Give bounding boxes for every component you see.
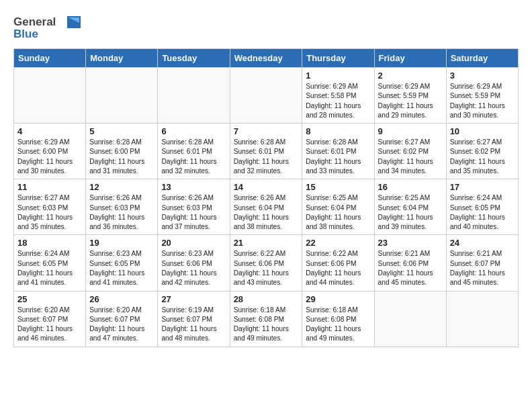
day-info: Sunrise: 6:23 AM Sunset: 6:05 PM Dayligh… — [89, 249, 154, 287]
day-number: 3 — [450, 71, 515, 81]
calendar-cell: 1Sunrise: 6:29 AM Sunset: 5:58 PM Daylig… — [302, 68, 374, 124]
day-number: 23 — [378, 238, 443, 248]
calendar-cell: 2Sunrise: 6:29 AM Sunset: 5:59 PM Daylig… — [374, 68, 446, 124]
calendar-cell: 25Sunrise: 6:20 AM Sunset: 6:07 PM Dayli… — [14, 291, 86, 347]
calendar-cell — [230, 68, 302, 124]
calendar-cell: 18Sunrise: 6:24 AM Sunset: 6:05 PM Dayli… — [14, 235, 86, 291]
day-number: 1 — [306, 71, 370, 81]
calendar-cell: 19Sunrise: 6:23 AM Sunset: 6:05 PM Dayli… — [86, 235, 158, 291]
day-info: Sunrise: 6:25 AM Sunset: 6:04 PM Dayligh… — [378, 193, 443, 232]
day-number: 10 — [450, 126, 515, 136]
day-info: Sunrise: 6:29 AM Sunset: 5:59 PM Dayligh… — [378, 82, 443, 120]
day-info: Sunrise: 6:28 AM Sunset: 6:00 PM Dayligh… — [89, 138, 154, 176]
day-number: 5 — [89, 126, 154, 136]
calendar-cell: 15Sunrise: 6:25 AM Sunset: 6:04 PM Dayli… — [302, 179, 374, 235]
day-number: 20 — [161, 238, 226, 248]
day-info: Sunrise: 6:18 AM Sunset: 6:08 PM Dayligh… — [234, 306, 299, 344]
calendar-header-row: SundayMondayTuesdayWednesdayThursdayFrid… — [14, 49, 519, 68]
day-number: 22 — [306, 238, 370, 248]
day-info: Sunrise: 6:27 AM Sunset: 6:03 PM Dayligh… — [17, 193, 82, 232]
day-info: Sunrise: 6:28 AM Sunset: 6:01 PM Dayligh… — [161, 138, 226, 176]
day-info: Sunrise: 6:19 AM Sunset: 6:07 PM Dayligh… — [161, 306, 226, 344]
calendar-week-row: 4Sunrise: 6:29 AM Sunset: 6:00 PM Daylig… — [14, 124, 519, 179]
weekday-header-friday: Friday — [374, 49, 446, 68]
calendar-cell — [446, 291, 518, 347]
weekday-header-monday: Monday — [86, 49, 158, 68]
calendar-cell: 20Sunrise: 6:23 AM Sunset: 6:06 PM Dayli… — [158, 235, 230, 291]
day-info: Sunrise: 6:29 AM Sunset: 5:58 PM Dayligh… — [306, 82, 370, 120]
day-info: Sunrise: 6:22 AM Sunset: 6:06 PM Dayligh… — [306, 249, 370, 287]
calendar-cell: 8Sunrise: 6:28 AM Sunset: 6:01 PM Daylig… — [302, 124, 374, 179]
day-info: Sunrise: 6:26 AM Sunset: 6:03 PM Dayligh… — [161, 193, 226, 232]
calendar-cell: 12Sunrise: 6:26 AM Sunset: 6:03 PM Dayli… — [86, 179, 158, 235]
day-info: Sunrise: 6:27 AM Sunset: 6:02 PM Dayligh… — [378, 138, 443, 176]
calendar-cell: 6Sunrise: 6:28 AM Sunset: 6:01 PM Daylig… — [158, 124, 230, 179]
calendar-week-row: 25Sunrise: 6:20 AM Sunset: 6:07 PM Dayli… — [14, 291, 519, 347]
calendar-cell — [374, 291, 446, 347]
day-number: 9 — [378, 126, 443, 136]
logo-text: General Blue — [13, 13, 87, 44]
day-number: 19 — [89, 238, 154, 248]
calendar-cell: 27Sunrise: 6:19 AM Sunset: 6:07 PM Dayli… — [158, 291, 230, 347]
day-number: 17 — [450, 182, 515, 192]
day-info: Sunrise: 6:21 AM Sunset: 6:07 PM Dayligh… — [450, 249, 515, 287]
svg-text:Blue: Blue — [13, 28, 38, 40]
day-info: Sunrise: 6:22 AM Sunset: 6:06 PM Dayligh… — [234, 249, 299, 287]
day-number: 28 — [234, 294, 299, 304]
day-info: Sunrise: 6:20 AM Sunset: 6:07 PM Dayligh… — [17, 306, 82, 344]
calendar-cell: 16Sunrise: 6:25 AM Sunset: 6:04 PM Dayli… — [374, 179, 446, 235]
day-number: 7 — [234, 126, 299, 136]
calendar-cell: 29Sunrise: 6:18 AM Sunset: 6:08 PM Dayli… — [302, 291, 374, 347]
day-number: 29 — [306, 294, 370, 304]
day-info: Sunrise: 6:24 AM Sunset: 6:05 PM Dayligh… — [17, 249, 82, 287]
calendar-week-row: 11Sunrise: 6:27 AM Sunset: 6:03 PM Dayli… — [14, 179, 519, 235]
day-number: 21 — [234, 238, 299, 248]
day-number: 8 — [306, 126, 370, 136]
calendar-cell — [158, 68, 230, 124]
calendar-cell: 26Sunrise: 6:20 AM Sunset: 6:07 PM Dayli… — [86, 291, 158, 347]
calendar-cell: 11Sunrise: 6:27 AM Sunset: 6:03 PM Dayli… — [14, 179, 86, 235]
calendar-cell: 22Sunrise: 6:22 AM Sunset: 6:06 PM Dayli… — [302, 235, 374, 291]
calendar-cell — [14, 68, 86, 124]
calendar-cell: 5Sunrise: 6:28 AM Sunset: 6:00 PM Daylig… — [86, 124, 158, 179]
day-info: Sunrise: 6:18 AM Sunset: 6:08 PM Dayligh… — [306, 306, 370, 344]
calendar-cell: 7Sunrise: 6:28 AM Sunset: 6:01 PM Daylig… — [230, 124, 302, 179]
weekday-header-saturday: Saturday — [446, 49, 518, 68]
calendar-table: SundayMondayTuesdayWednesdayThursdayFrid… — [13, 48, 519, 347]
day-number: 14 — [234, 182, 299, 192]
day-info: Sunrise: 6:26 AM Sunset: 6:03 PM Dayligh… — [89, 193, 154, 232]
day-number: 6 — [161, 126, 226, 136]
calendar-cell: 21Sunrise: 6:22 AM Sunset: 6:06 PM Dayli… — [230, 235, 302, 291]
day-number: 27 — [161, 294, 226, 304]
day-info: Sunrise: 6:28 AM Sunset: 6:01 PM Dayligh… — [306, 138, 370, 176]
weekday-header-thursday: Thursday — [302, 49, 374, 68]
day-number: 24 — [450, 238, 515, 248]
weekday-header-sunday: Sunday — [14, 49, 86, 68]
day-number: 18 — [17, 238, 82, 248]
day-info: Sunrise: 6:28 AM Sunset: 6:01 PM Dayligh… — [234, 138, 299, 176]
day-info: Sunrise: 6:29 AM Sunset: 5:59 PM Dayligh… — [450, 82, 515, 120]
logo: General Blue — [13, 13, 87, 44]
day-number: 4 — [17, 126, 82, 136]
calendar-cell: 10Sunrise: 6:27 AM Sunset: 6:02 PM Dayli… — [446, 124, 518, 179]
calendar-cell: 28Sunrise: 6:18 AM Sunset: 6:08 PM Dayli… — [230, 291, 302, 347]
day-info: Sunrise: 6:23 AM Sunset: 6:06 PM Dayligh… — [161, 249, 226, 287]
day-number: 12 — [89, 182, 154, 192]
svg-text:General: General — [13, 15, 56, 28]
calendar-cell: 3Sunrise: 6:29 AM Sunset: 5:59 PM Daylig… — [446, 68, 518, 124]
day-info: Sunrise: 6:29 AM Sunset: 6:00 PM Dayligh… — [17, 138, 82, 176]
calendar-cell: 14Sunrise: 6:26 AM Sunset: 6:04 PM Dayli… — [230, 179, 302, 235]
day-info: Sunrise: 6:21 AM Sunset: 6:06 PM Dayligh… — [378, 249, 443, 287]
day-info: Sunrise: 6:26 AM Sunset: 6:04 PM Dayligh… — [234, 193, 299, 232]
calendar-cell: 17Sunrise: 6:24 AM Sunset: 6:05 PM Dayli… — [446, 179, 518, 235]
calendar-week-row: 18Sunrise: 6:24 AM Sunset: 6:05 PM Dayli… — [14, 235, 519, 291]
day-number: 2 — [378, 71, 443, 81]
calendar-cell: 4Sunrise: 6:29 AM Sunset: 6:00 PM Daylig… — [14, 124, 86, 179]
day-info: Sunrise: 6:25 AM Sunset: 6:04 PM Dayligh… — [306, 193, 370, 232]
calendar-cell: 9Sunrise: 6:27 AM Sunset: 6:02 PM Daylig… — [374, 124, 446, 179]
page-header: General Blue — [13, 13, 519, 44]
calendar-cell — [86, 68, 158, 124]
day-number: 16 — [378, 182, 443, 192]
calendar-week-row: 1Sunrise: 6:29 AM Sunset: 5:58 PM Daylig… — [14, 68, 519, 124]
day-number: 26 — [89, 294, 154, 304]
